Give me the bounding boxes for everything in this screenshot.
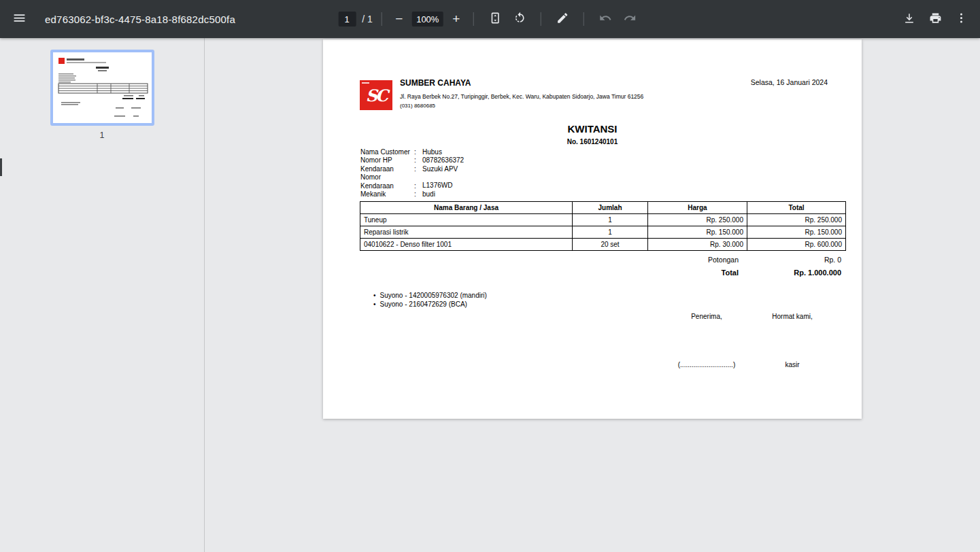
item-total: Rp. 150.000 bbox=[747, 226, 846, 239]
payment-account-text: Suyono - 1420005976302 (mandiri) bbox=[380, 292, 487, 299]
receiver-label: Penerima, bbox=[657, 313, 756, 320]
rotate-button[interactable] bbox=[507, 7, 532, 31]
pen-icon bbox=[556, 12, 569, 27]
item-total: Rp. 250.000 bbox=[747, 214, 846, 226]
page-thumbnail[interactable] bbox=[50, 50, 154, 126]
table-row: Tuneup 1 Rp. 250.000 Rp. 250.000 bbox=[360, 214, 846, 226]
hamburger-icon bbox=[12, 11, 27, 27]
customer-value: Suzuki APV bbox=[422, 165, 458, 173]
thumbnail-preview bbox=[53, 52, 152, 123]
print-icon bbox=[929, 12, 942, 27]
toolbar-separator bbox=[473, 12, 474, 26]
receipt-title: KWITANSI bbox=[323, 123, 862, 135]
document-title: ed763062-bf3c-4475-8a18-8f682dc500fa bbox=[45, 14, 235, 25]
page-count-label: / 1 bbox=[362, 14, 373, 24]
items-table: Nama Barang / Jasa Jumlah Harga Total Tu… bbox=[360, 201, 846, 251]
page-number-input[interactable] bbox=[338, 12, 356, 27]
toolbar-right-controls bbox=[897, 7, 980, 31]
column-header: Harga bbox=[648, 202, 747, 214]
table-header-row: Nama Barang / Jasa Jumlah Harga Total bbox=[360, 202, 846, 214]
customer-value: L1376WD bbox=[422, 182, 452, 190]
payment-account-item: •Suyono - 2160472629 (BCA) bbox=[373, 300, 487, 309]
redo-button[interactable] bbox=[618, 7, 642, 31]
zoom-out-button[interactable]: − bbox=[391, 10, 407, 29]
column-header: Total bbox=[747, 202, 846, 214]
customer-row: Nomor Kendaraan:L1376WD bbox=[360, 173, 464, 190]
customer-value: budi bbox=[422, 190, 435, 198]
toolbar-separator bbox=[382, 12, 382, 26]
zoom-in-button[interactable]: + bbox=[448, 10, 464, 29]
discount-row: Potongan Rp. 0 bbox=[360, 256, 845, 264]
bullet: • bbox=[373, 300, 376, 308]
logo-detail bbox=[362, 82, 369, 84]
company-name: SUMBER CAHAYA bbox=[400, 78, 471, 88]
item-price: Rp. 250.000 bbox=[648, 214, 747, 226]
item-qty: 1 bbox=[573, 214, 648, 226]
total-value: Rp. 1.000.000 bbox=[743, 269, 845, 277]
customer-row: Nama Customer:Hubus bbox=[360, 148, 464, 156]
customer-row: Mekanik:budi bbox=[360, 190, 464, 199]
colon: : bbox=[414, 148, 422, 156]
customer-label: Kendaraan bbox=[360, 165, 414, 173]
bullet: • bbox=[373, 292, 376, 299]
customer-label: Nama Customer bbox=[360, 148, 414, 156]
column-header: Nama Barang / Jasa bbox=[360, 202, 573, 214]
download-button[interactable] bbox=[897, 7, 922, 31]
annotate-button[interactable] bbox=[550, 7, 575, 31]
customer-row: Nomor HP:08782636372 bbox=[360, 156, 464, 165]
item-name: 04010622 - Denso filter 1001 bbox=[360, 239, 573, 251]
item-name: Tuneup bbox=[360, 214, 573, 226]
total-row: Total Rp. 1.000.000 bbox=[360, 269, 845, 277]
panel-edge-mark bbox=[0, 158, 2, 176]
item-name: Reparasi listrik bbox=[360, 226, 573, 239]
table-row: Reparasi listrik 1 Rp. 150.000 Rp. 150.0… bbox=[360, 226, 846, 239]
discount-label: Potongan bbox=[360, 256, 743, 264]
receipt-number: No. 1601240101 bbox=[323, 138, 862, 145]
toolbar-separator bbox=[541, 12, 541, 26]
customer-label: Nomor HP bbox=[360, 156, 414, 165]
item-price: Rp. 30.000 bbox=[648, 239, 747, 251]
payment-account-item: •Suyono - 1420005976302 (mandiri) bbox=[373, 292, 487, 300]
customer-row: Kendaraan:Suzuki APV bbox=[360, 165, 464, 173]
pdf-viewer-area[interactable]: SC SUMBER CAHAYA Jl. Raya Berbek No.27, … bbox=[205, 38, 980, 552]
pdf-page: SC SUMBER CAHAYA Jl. Raya Berbek No.27, … bbox=[323, 39, 862, 419]
toolbar-center-controls: / 1 − 100% + bbox=[338, 0, 642, 38]
redo-icon bbox=[623, 12, 636, 27]
colon: : bbox=[414, 182, 422, 190]
more-options-button[interactable] bbox=[949, 7, 973, 31]
fit-page-icon bbox=[488, 12, 501, 27]
colon: : bbox=[414, 190, 422, 199]
company-phone: (031) 8680685 bbox=[400, 103, 435, 109]
customer-info: Nama Customer:Hubus Nomor HP:08782636372… bbox=[360, 148, 464, 199]
total-label: Total bbox=[360, 269, 743, 277]
customer-label: Nomor Kendaraan bbox=[360, 173, 414, 190]
undo-icon bbox=[598, 12, 611, 27]
rotate-counterclockwise-icon bbox=[513, 12, 526, 27]
undo-button[interactable] bbox=[593, 7, 618, 31]
kebab-menu-icon bbox=[955, 12, 968, 27]
logo-text: SC bbox=[366, 86, 386, 105]
print-button[interactable] bbox=[923, 7, 947, 31]
toolbar-separator bbox=[584, 12, 584, 26]
thumbnail-sidebar: 1 bbox=[0, 38, 205, 552]
colon: : bbox=[414, 156, 422, 165]
download-icon bbox=[902, 12, 916, 27]
item-qty: 20 set bbox=[573, 239, 648, 251]
customer-label: Mekanik bbox=[360, 190, 414, 199]
receipt-date: Selasa, 16 Januari 2024 bbox=[751, 78, 828, 86]
item-qty: 1 bbox=[573, 226, 648, 239]
zoom-level-display: 100% bbox=[412, 12, 443, 27]
menu-button[interactable] bbox=[7, 7, 31, 31]
cashier-label: kasir bbox=[745, 361, 840, 368]
company-address: Jl. Raya Berbek No.27, Turipinggir, Berb… bbox=[400, 93, 643, 100]
pdf-toolbar: ed763062-bf3c-4475-8a18-8f682dc500fa / 1… bbox=[0, 0, 980, 38]
discount-value: Rp. 0 bbox=[743, 256, 845, 264]
customer-value: 08782636372 bbox=[422, 156, 464, 164]
signature-line: (............................) bbox=[657, 361, 756, 368]
payment-account-text: Suyono - 2160472629 (BCA) bbox=[380, 300, 467, 308]
fit-to-page-button[interactable] bbox=[483, 7, 507, 31]
regards-label: Hormat kami, bbox=[745, 313, 840, 320]
column-header: Jumlah bbox=[573, 202, 648, 214]
company-logo: SC bbox=[360, 80, 392, 110]
item-total: Rp. 600.000 bbox=[747, 239, 846, 251]
